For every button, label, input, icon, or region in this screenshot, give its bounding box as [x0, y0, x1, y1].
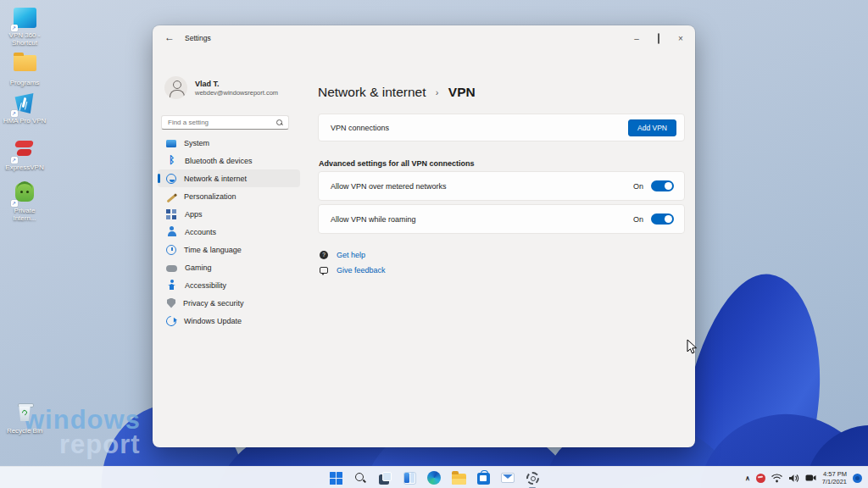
sidebar-item-accounts[interactable]: Accounts	[158, 223, 300, 241]
give-feedback-link[interactable]: Give feedback	[337, 266, 386, 274]
desktop-icon-expressvpn[interactable]: ↗ ExpressVPN	[2, 138, 47, 171]
user-profile[interactable]: Vlad T. webdev@windowsreport.com	[164, 76, 278, 99]
tray-camera-icon[interactable]	[805, 474, 816, 482]
sidebar-item-system[interactable]: System	[158, 134, 300, 152]
sidebar-item-label: Gaming	[185, 263, 212, 272]
minimize-button[interactable]: –	[626, 34, 648, 43]
setting-label: Allow VPN while roaming	[331, 215, 416, 224]
sidebar-item-privacy-security[interactable]: Privacy & security	[158, 294, 300, 312]
desktop-icon-label: HMA Pro VPN	[2, 117, 47, 125]
wifi-icon[interactable]	[771, 474, 782, 483]
sidebar-item-label: Personalization	[184, 192, 236, 201]
notification-badge[interactable]	[853, 474, 862, 483]
sidebar-item-label: Windows Update	[184, 317, 242, 325]
edge-button[interactable]	[426, 469, 442, 486]
settings-window: ← Settings – × Vlad T. webdev@windowsrep…	[153, 25, 695, 447]
desktop-icon-private-internet[interactable]: ↗ PrivateIntern...	[2, 181, 47, 222]
recycle-bin-icon	[18, 403, 32, 421]
vpn-connections-label: VPN connections	[331, 124, 389, 132]
mail-icon	[501, 473, 515, 483]
tray-vpn-icon[interactable]	[756, 474, 765, 483]
sidebar-item-time-language[interactable]: Time & language	[158, 241, 300, 258]
setting-row-roaming: Allow VPN while roaming On	[318, 204, 685, 234]
search-icon	[276, 119, 282, 125]
breadcrumb-parent[interactable]: Network & internet	[318, 85, 426, 99]
microsoft-store-button[interactable]	[475, 469, 492, 486]
desktop-icon-hma-vpn[interactable]: ↗ HMA Pro VPN	[2, 93, 47, 125]
back-icon[interactable]: ←	[164, 31, 175, 43]
breadcrumb: Network & internet › VPN	[318, 85, 476, 100]
file-explorer-button[interactable]	[450, 469, 467, 486]
toggle-switch-roaming[interactable]	[651, 214, 674, 225]
titlebar[interactable]: ← Settings – ×	[153, 25, 695, 51]
desktop: windows report ↗ VPN 360 -Shortcut Progr…	[0, 0, 868, 488]
accessibility-icon	[166, 280, 177, 291]
taskbar-search-button[interactable]	[352, 469, 369, 486]
desktop-icon-label: Programs	[2, 79, 47, 86]
sidebar-item-label: System	[184, 139, 209, 147]
settings-search[interactable]	[161, 115, 289, 130]
sidebar-item-apps[interactable]: Apps	[158, 205, 300, 223]
gamepad-icon	[166, 265, 177, 272]
personalization-icon	[166, 194, 175, 202]
add-vpn-button[interactable]: Add VPN	[628, 119, 676, 136]
profile-name: Vlad T.	[195, 80, 278, 88]
setting-label: Allow VPN over metered networks	[331, 182, 447, 191]
close-button[interactable]: ×	[670, 34, 692, 43]
edge-browser-icon	[427, 471, 441, 485]
start-button[interactable]	[327, 469, 344, 486]
toggle-knob	[665, 182, 672, 190]
breadcrumb-separator: ›	[436, 87, 439, 97]
get-help-link[interactable]: Get help	[337, 251, 365, 259]
tray-chevron-up-icon[interactable]: ∧	[745, 474, 750, 482]
maximize-button[interactable]	[648, 34, 670, 43]
update-icon	[164, 313, 179, 328]
search-input[interactable]	[168, 117, 270, 128]
private-internet-icon	[15, 183, 34, 202]
task-view-icon	[379, 472, 392, 485]
mail-button[interactable]	[499, 469, 516, 486]
volume-icon[interactable]	[788, 474, 799, 483]
sidebar-item-gaming[interactable]: Gaming	[158, 258, 300, 276]
desktop-icon-label: VPN 360 -Shortcut	[2, 31, 47, 47]
settings-sidebar: System ᛒ Bluetooth & devices Network & i…	[158, 134, 300, 330]
task-view-button[interactable]	[376, 469, 393, 486]
shortcut-arrow-icon: ↗	[11, 157, 18, 164]
widgets-button[interactable]	[401, 469, 418, 486]
desktop-icon-label: PrivateIntern...	[2, 207, 47, 222]
gear-icon	[526, 472, 539, 485]
avatar	[164, 76, 187, 99]
folder-icon	[14, 55, 36, 71]
desktop-icon-programs[interactable]: Programs	[2, 51, 47, 86]
accounts-icon	[166, 226, 177, 237]
widgets-icon	[403, 472, 416, 485]
mouse-cursor	[687, 339, 698, 358]
sidebar-item-windows-update[interactable]: Windows Update	[158, 312, 300, 330]
windows-logo-icon	[330, 472, 342, 485]
desktop-icon-vpn360[interactable]: ↗ VPN 360 -Shortcut	[2, 7, 47, 47]
taskbar-clock[interactable]: 4:57 PM 7/1/2021	[822, 470, 847, 486]
sidebar-item-personalization[interactable]: Personalization	[158, 187, 300, 205]
clock-icon	[166, 245, 176, 255]
shortcut-arrow-icon: ↗	[11, 25, 18, 31]
toggle-switch-metered[interactable]	[651, 180, 674, 191]
feedback-icon	[320, 267, 328, 274]
help-icon: ?	[320, 251, 328, 259]
get-help-row[interactable]: ? Get help	[320, 247, 386, 263]
advanced-settings-header: Advanced settings for all VPN connection…	[319, 159, 475, 168]
toggle-state-label: On	[633, 182, 643, 191]
give-feedback-row[interactable]: Give feedback	[320, 263, 386, 278]
sidebar-item-network-internet[interactable]: Network & internet	[158, 169, 300, 187]
settings-taskbar-button[interactable]	[524, 469, 541, 486]
vpn-connections-card: VPN connections Add VPN	[318, 114, 685, 141]
window-title: Settings	[185, 34, 211, 42]
sidebar-item-bluetooth-devices[interactable]: ᛒ Bluetooth & devices	[158, 152, 300, 169]
sidebar-item-label: Apps	[185, 210, 203, 219]
file-explorer-icon	[452, 474, 466, 485]
desktop-icon-recycle-bin[interactable]: Recycle Bin	[2, 402, 47, 435]
store-icon	[477, 473, 490, 485]
system-icon	[166, 140, 176, 147]
sidebar-item-accessibility[interactable]: Accessibility	[158, 276, 300, 294]
sidebar-item-label: Accounts	[185, 228, 216, 236]
sidebar-item-label: Privacy & security	[183, 299, 244, 308]
